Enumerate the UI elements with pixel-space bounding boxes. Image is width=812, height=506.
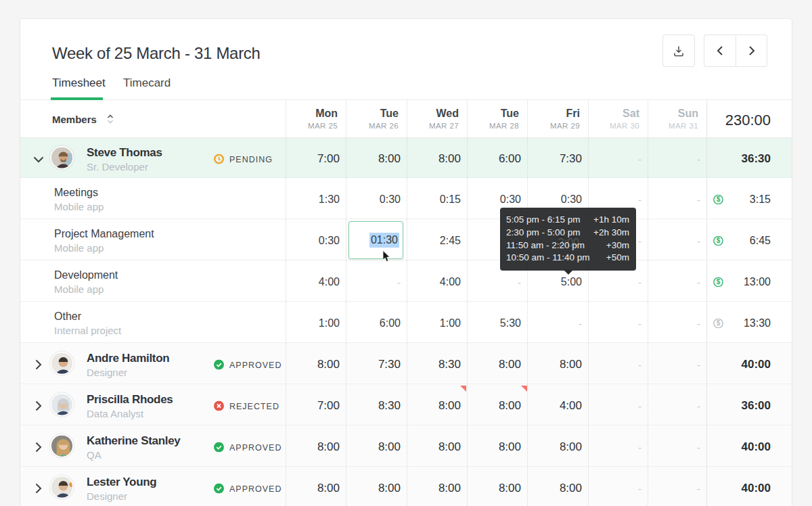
svg-text:$: $: [717, 237, 721, 244]
svg-text:$: $: [717, 319, 721, 327]
svg-text:$: $: [717, 196, 721, 203]
svg-text:$: $: [717, 278, 721, 285]
